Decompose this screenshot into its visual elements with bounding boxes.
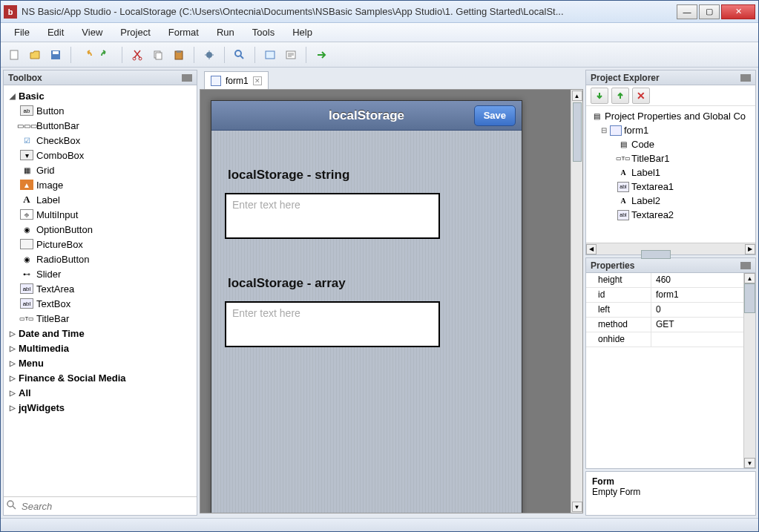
prop-scroll-thumb[interactable] [744,283,755,313]
paste-icon[interactable] [170,46,188,64]
toolbox-item-buttonbar[interactable]: ▭▭▭ButtonBar [4,118,197,133]
toolbox-item-titlebar[interactable]: ▭T▭TitleBar [4,311,197,326]
svg-rect-2 [53,51,59,54]
svg-point-13 [7,501,13,507]
prop-row-method[interactable]: methodGET [586,318,755,332]
redo-icon[interactable] [98,46,116,64]
search-input[interactable] [22,501,194,512]
menu-help[interactable]: Help [283,24,321,40]
toolbox-item-label[interactable]: ALabel [4,192,197,207]
minimize-button[interactable]: — [677,4,697,19]
toolbox-item-grid[interactable]: ▦Grid [4,162,197,177]
toolbar [1,42,758,68]
code-node-icon: ▤ [617,139,629,150]
form-icon[interactable] [261,46,279,64]
scroll-up-icon[interactable]: ▲ [572,91,582,101]
scroll-right-icon[interactable]: ▶ [745,244,755,254]
toolbox-group-datetime[interactable]: ▷Date and Time [4,326,197,341]
toolbox-minimize-icon[interactable] [182,74,192,82]
debug-icon[interactable] [200,46,218,64]
toolbox-group-multimedia[interactable]: ▷Multimedia [4,341,197,355]
toolbox-item-optionbutton[interactable]: ◉OptionButton [4,222,197,237]
toolbox-item-picturebox[interactable]: PictureBox [4,237,197,252]
prop-row-height[interactable]: height460 [586,273,755,288]
cut-icon[interactable] [128,46,146,64]
toolbox-search [4,496,197,515]
textbox-icon: abl [20,298,33,309]
canvas[interactable]: localStorage Save localStorage - string … [200,89,583,513]
prop-scroll-down-icon[interactable]: ▼ [744,458,755,468]
phone-textarea2[interactable]: Enter text here [225,301,440,347]
scroll-down-icon[interactable]: ▼ [572,502,582,512]
toolbox-group-menu[interactable]: ▷Menu [4,355,197,370]
toolbox-item-slider[interactable]: ⊷Slider [4,266,197,281]
toolbox-group-finance[interactable]: ▷Finance & Social Media [4,370,197,385]
explorer-label2[interactable]: ALabel2 [588,194,754,208]
explorer-scrollbar-h[interactable]: ◀ ▶ [586,243,755,254]
run-icon[interactable] [312,46,330,64]
scroll-thumb-h[interactable] [641,250,671,259]
prop-row-left[interactable]: left0 [586,303,755,318]
titlebar-node-icon: ▭T▭ [617,154,629,164]
toolbox-item-radiobutton[interactable]: ◉RadioButton [4,252,197,266]
menu-view[interactable]: View [73,24,111,40]
phone-save-button[interactable]: Save [474,105,516,126]
new-icon[interactable] [5,46,23,64]
prop-row-id[interactable]: idform1 [586,288,755,303]
move-up-button[interactable] [611,88,629,104]
menu-tools[interactable]: Tools [243,24,283,40]
code-icon[interactable] [282,46,300,64]
menu-edit[interactable]: Edit [39,24,73,40]
explorer-titlebar1[interactable]: ▭T▭TitleBar1 [588,151,754,165]
toolbox-group-all[interactable]: ▷All [4,385,197,400]
prop-scroll-up-icon[interactable]: ▲ [744,273,755,283]
copy-icon[interactable] [149,46,167,64]
explorer-minimize-icon[interactable] [740,74,751,82]
move-down-button[interactable] [591,88,608,104]
maximize-button[interactable]: ▢ [699,4,720,19]
scroll-thumb[interactable] [573,102,582,162]
explorer-textarea2[interactable]: ablTextarea2 [588,208,754,222]
undo-icon[interactable] [77,46,95,64]
explorer-textarea1[interactable]: ablTextarea1 [588,180,754,194]
tab-close-icon[interactable]: ✕ [253,76,262,85]
explorer-label1[interactable]: ALabel1 [588,165,754,180]
toolbox-group-basic[interactable]: ◢Basic [4,88,197,103]
toolbox-item-button[interactable]: abButton [4,103,197,118]
explorer-root[interactable]: ▤Project Properties and Global Co [588,109,754,123]
open-icon[interactable] [26,46,44,64]
toolbox-item-combobox[interactable]: ▾ComboBox [4,148,197,162]
toolbox-group-jqwidgets[interactable]: ▷jqWidgets [4,400,197,415]
properties-minimize-icon[interactable] [740,262,751,269]
find-icon[interactable] [231,46,249,64]
titlebar: b NS Basic/App Studio - LocalStorage (C:… [1,1,758,23]
svg-rect-8 [177,50,181,53]
statusbar [1,518,758,531]
save-icon[interactable] [47,46,65,64]
menu-project[interactable]: Project [111,24,159,40]
canvas-scrollbar-v[interactable]: ▲ ▼ [571,90,582,513]
toolbox-item-textbox[interactable]: ablTextBox [4,296,197,311]
phone-textarea1[interactable]: Enter text here [225,193,440,239]
tab-form1[interactable]: form1 ✕ [204,71,269,89]
menu-file[interactable]: File [5,24,39,40]
slider-icon: ⊷ [20,269,33,279]
properties-scrollbar-v[interactable]: ▲ ▼ [743,273,755,468]
search-icon [7,500,19,512]
close-button[interactable]: ✕ [721,4,755,19]
scroll-left-icon[interactable]: ◀ [586,244,597,254]
menu-format[interactable]: Format [160,24,208,40]
delete-button[interactable]: ✕ [632,88,650,104]
toolbox-item-textarea[interactable]: ablTextArea [4,281,197,296]
prop-row-onhide[interactable]: onhide [586,332,755,347]
phone-title: localStorage [329,108,404,123]
grid-icon: ▦ [20,165,33,175]
label-node-icon: A [617,196,629,206]
properties-title: Properties [591,260,634,271]
toolbox-item-checkbox[interactable]: ☑CheckBox [4,133,197,148]
toolbox-item-image[interactable]: ▲Image [4,177,197,192]
explorer-code[interactable]: ▤Code [588,137,754,151]
menu-run[interactable]: Run [208,24,243,40]
explorer-form1[interactable]: ⊟form1 [588,123,754,137]
toolbox-item-multiinput[interactable]: ⎆MultiInput [4,207,197,222]
